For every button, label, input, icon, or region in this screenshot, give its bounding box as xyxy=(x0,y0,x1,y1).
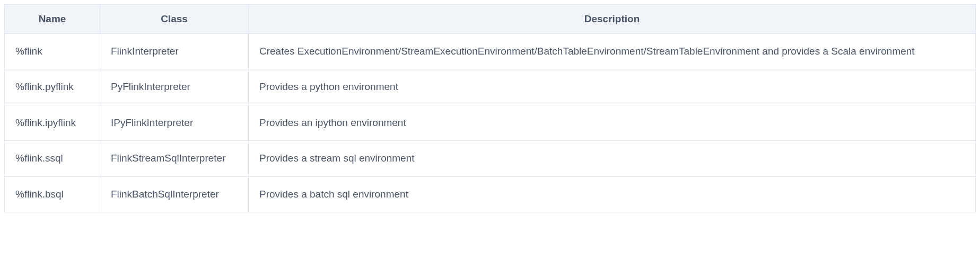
table-body: %flink FlinkInterpreter Creates Executio… xyxy=(5,34,976,212)
cell-description: Creates ExecutionEnvironment/StreamExecu… xyxy=(249,34,976,69)
cell-class: PyFlinkInterpreter xyxy=(100,69,249,105)
cell-name: %flink.ssql xyxy=(5,141,100,176)
table-row: %flink.bsql FlinkBatchSqlInterpreter Pro… xyxy=(5,176,976,212)
cell-name: %flink.ipyflink xyxy=(5,105,100,140)
cell-description: Provides a batch sql environment xyxy=(249,176,976,212)
cell-class: FlinkStreamSqlInterpreter xyxy=(100,141,249,176)
cell-description: Provides an ipython environment xyxy=(249,105,976,140)
table-row: %flink.ipyflink IPyFlinkInterpreter Prov… xyxy=(5,105,976,140)
table-row: %flink.ssql FlinkStreamSqlInterpreter Pr… xyxy=(5,141,976,176)
cell-name: %flink.pyflink xyxy=(5,69,100,105)
cell-description: Provides a python environment xyxy=(249,69,976,105)
cell-class: FlinkInterpreter xyxy=(100,34,249,69)
table-header-row: Name Class Description xyxy=(5,5,976,34)
cell-class: FlinkBatchSqlInterpreter xyxy=(100,176,249,212)
cell-name: %flink xyxy=(5,34,100,69)
cell-description: Provides a stream sql environment xyxy=(249,141,976,176)
table-row: %flink.pyflink PyFlinkInterpreter Provid… xyxy=(5,69,976,105)
header-description: Description xyxy=(249,5,976,34)
interpreters-table: Name Class Description %flink FlinkInter… xyxy=(4,4,976,212)
header-name: Name xyxy=(5,5,100,34)
header-class: Class xyxy=(100,5,249,34)
table-row: %flink FlinkInterpreter Creates Executio… xyxy=(5,34,976,69)
cell-class: IPyFlinkInterpreter xyxy=(100,105,249,140)
cell-name: %flink.bsql xyxy=(5,176,100,212)
